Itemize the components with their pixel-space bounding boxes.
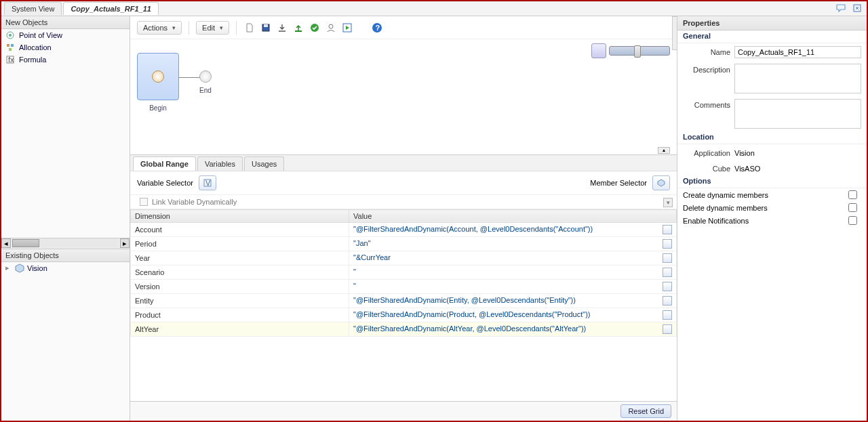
scroll-track[interactable] <box>12 238 119 248</box>
close-tab-icon[interactable] <box>852 3 863 14</box>
opt-create-dyn-checkbox[interactable] <box>848 190 857 199</box>
value-cell[interactable]: @FilterSharedAndDynamic(Product, @Level0… <box>349 308 677 322</box>
begin-dot-icon <box>152 70 164 83</box>
col-dimension[interactable]: Dimension <box>131 210 349 223</box>
save-icon[interactable] <box>260 22 272 34</box>
scroll-right-icon[interactable]: ▸ <box>120 238 130 248</box>
table-row[interactable]: Account@FilterSharedAndDynamic(Account, … <box>131 223 677 237</box>
new-doc-icon[interactable] <box>243 22 256 34</box>
row-picker-icon[interactable] <box>663 324 672 334</box>
allocation-icon <box>5 43 15 52</box>
new-obj-formula[interactable]: fx Formula <box>1 54 130 66</box>
table-row[interactable]: Entity@FilterSharedAndDynamic(Entity, @L… <box>131 294 677 308</box>
svg-rect-4 <box>11 44 14 47</box>
description-field[interactable] <box>734 64 861 93</box>
properties-panel: Properties General Name Description Comm… <box>677 16 867 421</box>
application-label: Application <box>683 147 730 157</box>
value-cell[interactable]: Jan" <box>349 237 677 251</box>
scroll-thumb[interactable] <box>12 239 39 247</box>
toolbar: Actions Edit ? <box>130 16 677 39</box>
value-cell[interactable] <box>349 280 677 294</box>
table-row[interactable]: AltYear@FilterSharedAndDynamic(AltYear, … <box>131 322 677 337</box>
table-row[interactable]: Version <box>131 280 677 294</box>
scroll-left-icon[interactable]: ◂ <box>1 238 11 248</box>
variable-selector-label: Variable Selector <box>137 179 193 187</box>
validate-icon[interactable] <box>309 22 321 34</box>
row-picker-icon[interactable] <box>663 239 672 249</box>
tree-vision[interactable]: ▸ Vision <box>1 262 130 274</box>
row-picker-icon[interactable] <box>663 282 672 291</box>
tab-system-view[interactable]: System View <box>4 2 62 15</box>
application-value: Vision <box>734 147 755 157</box>
cube-icon <box>15 263 24 273</box>
actions-menu[interactable]: Actions <box>137 21 182 35</box>
tab-global-range[interactable]: Global Range <box>133 156 196 171</box>
variable-selector-button[interactable]: V <box>199 175 216 190</box>
left-panel: New Objects Point of View Allocation fx … <box>1 16 130 421</box>
value-cell[interactable]: &CurrYear <box>349 251 677 266</box>
svg-rect-5 <box>9 48 12 51</box>
opt-notifications-label: Enable Notifications <box>683 217 749 225</box>
svg-rect-3 <box>7 44 9 47</box>
member-selector-button[interactable] <box>652 175 670 190</box>
svg-text:?: ? <box>376 24 380 32</box>
dimension-cell[interactable]: Year <box>131 251 349 266</box>
link-dyn-checkbox[interactable] <box>140 198 148 206</box>
new-obj-allocation[interactable]: Allocation <box>1 41 130 54</box>
dimension-cell[interactable]: Period <box>131 237 349 251</box>
svg-rect-9 <box>264 24 268 27</box>
table-row[interactable]: PeriodJan" <box>131 237 677 251</box>
label: Vision <box>27 264 47 272</box>
collapse-up-icon[interactable]: ▴ <box>658 147 670 154</box>
flow-canvas[interactable]: Begin End <box>130 39 677 154</box>
description-label: Description <box>683 64 730 74</box>
dimension-cell[interactable]: AltYear <box>131 322 349 337</box>
dimension-cell[interactable]: Entity <box>131 294 349 308</box>
help-icon[interactable]: ? <box>371 22 383 34</box>
value-cell[interactable] <box>349 266 677 280</box>
table-row[interactable]: Year&CurrYear <box>131 251 677 266</box>
tab-variables[interactable]: Variables <box>197 156 243 171</box>
comments-field[interactable] <box>734 99 861 129</box>
tab-active-rule[interactable]: Copy_Actuals_RF1_11 <box>63 2 159 15</box>
chat-icon[interactable] <box>835 3 846 14</box>
tab-usages[interactable]: Usages <box>244 156 284 171</box>
table-row[interactable]: Scenario <box>131 266 677 280</box>
dimension-cell[interactable]: Product <box>131 308 349 322</box>
table-row[interactable]: Product@FilterSharedAndDynamic(Product, … <box>131 308 677 322</box>
opt-delete-dyn-checkbox[interactable] <box>848 203 857 212</box>
opt-notifications-checkbox[interactable] <box>848 216 857 225</box>
dimension-cell[interactable]: Scenario <box>131 266 349 280</box>
reset-grid-button[interactable]: Reset Grid <box>620 404 671 418</box>
begin-node[interactable]: Begin <box>137 53 179 112</box>
row-picker-icon[interactable] <box>663 225 672 234</box>
name-field[interactable] <box>734 46 861 58</box>
grid-options-dropdown[interactable]: ▾ <box>663 198 673 207</box>
col-value[interactable]: Value <box>349 210 677 223</box>
row-picker-icon[interactable] <box>663 253 672 263</box>
row-picker-icon[interactable] <box>663 296 672 305</box>
deploy-icon[interactable] <box>292 22 304 34</box>
left-hscroll[interactable]: ◂ ▸ <box>1 238 130 249</box>
expand-icon[interactable]: ▸ <box>5 263 12 272</box>
run-icon[interactable] <box>341 22 353 34</box>
end-node[interactable]: End <box>199 53 212 94</box>
dimension-cell[interactable]: Version <box>131 280 349 294</box>
value-cell[interactable]: @FilterSharedAndDynamic(Entity, @Level0D… <box>349 294 677 308</box>
user-icon[interactable] <box>325 22 337 34</box>
edit-menu[interactable]: Edit <box>196 21 229 35</box>
row-picker-icon[interactable] <box>663 310 672 320</box>
value-cell[interactable]: @FilterSharedAndDynamic(AltYear, @Level0… <box>349 322 677 337</box>
cube-value: VisASO <box>734 163 760 173</box>
dimension-cell[interactable]: Account <box>131 223 349 237</box>
row-picker-icon[interactable] <box>663 268 672 277</box>
new-obj-pov[interactable]: Point of View <box>1 29 130 41</box>
collapse-right-handle[interactable] <box>672 16 677 50</box>
cube-label: Cube <box>683 163 730 173</box>
svg-rect-10 <box>295 30 302 32</box>
download-icon[interactable] <box>276 22 288 34</box>
value-cell[interactable]: @FilterSharedAndDynamic(Account, @Level0… <box>349 223 677 237</box>
opt-delete-dyn-label: Delete dynamic members <box>683 204 768 212</box>
svg-text:V: V <box>205 179 211 187</box>
top-tabbar: System View Copy_Actuals_RF1_11 <box>1 1 867 16</box>
